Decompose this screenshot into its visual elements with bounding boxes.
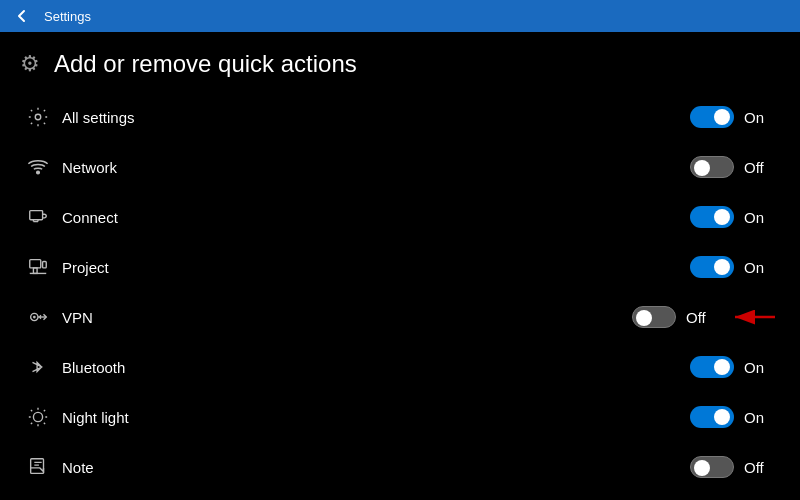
row-night-light: Night lightOn (10, 392, 790, 442)
label-all-settings: All settings (56, 109, 690, 126)
night-light-icon (20, 406, 56, 428)
svg-point-1 (37, 171, 40, 174)
toggle-connect[interactable] (690, 206, 734, 228)
toggle-knob-night-light (714, 409, 730, 425)
gear-icon (20, 106, 56, 128)
label-bluetooth: Bluetooth (56, 359, 690, 376)
toggle-note[interactable] (690, 456, 734, 478)
network-icon (20, 156, 56, 178)
svg-rect-11 (31, 459, 44, 474)
svg-point-0 (35, 114, 41, 120)
toggle-bluetooth[interactable] (690, 356, 734, 378)
toggle-knob-all-settings (714, 109, 730, 125)
toggle-knob-bluetooth (714, 359, 730, 375)
label-night-light: Night light (56, 409, 690, 426)
toggle-knob-note (694, 460, 710, 476)
toggle-label-network: Off (744, 159, 772, 176)
note-icon (20, 456, 56, 478)
toggle-knob-project (714, 259, 730, 275)
toggle-area-vpn: Off (632, 306, 722, 328)
toggle-label-night-light: On (744, 409, 772, 426)
toggle-area-project: On (690, 256, 780, 278)
label-project: Project (56, 259, 690, 276)
project-icon (20, 256, 56, 278)
settings-list: All settingsOn NetworkOff ConnectOn Proj… (0, 92, 800, 492)
toggle-area-all-settings: On (690, 106, 780, 128)
label-note: Note (56, 459, 690, 476)
svg-point-10 (33, 412, 42, 421)
label-connect: Connect (56, 209, 690, 226)
vpn-icon (20, 306, 56, 328)
svg-point-7 (33, 316, 36, 319)
row-all-settings: All settingsOn (10, 92, 790, 142)
toggle-knob-network (694, 160, 710, 176)
toggle-area-bluetooth: On (690, 356, 780, 378)
toggle-area-network: Off (690, 156, 780, 178)
toggle-knob-vpn (636, 310, 652, 326)
connect-icon (20, 206, 56, 228)
page-header: ⚙ Add or remove quick actions (0, 32, 800, 92)
toggle-project[interactable] (690, 256, 734, 278)
svg-rect-4 (33, 268, 37, 274)
svg-rect-5 (43, 262, 47, 268)
titlebar-title: Settings (44, 9, 91, 24)
label-vpn: VPN (56, 309, 632, 326)
bluetooth-icon (20, 356, 56, 378)
titlebar: Settings (0, 0, 800, 32)
vpn-arrow-indicator (730, 302, 780, 332)
row-project: ProjectOn (10, 242, 790, 292)
toggle-label-all-settings: On (744, 109, 772, 126)
toggle-area-night-light: On (690, 406, 780, 428)
toggle-network[interactable] (690, 156, 734, 178)
row-network: NetworkOff (10, 142, 790, 192)
toggle-area-note: Off (690, 456, 780, 478)
back-button[interactable] (10, 4, 34, 28)
toggle-all-settings[interactable] (690, 106, 734, 128)
page-header-icon: ⚙ (20, 51, 40, 77)
toggle-label-vpn: Off (686, 309, 714, 326)
row-note: NoteOff (10, 442, 790, 492)
toggle-label-connect: On (744, 209, 772, 226)
toggle-area-connect: On (690, 206, 780, 228)
toggle-label-note: Off (744, 459, 772, 476)
svg-rect-2 (30, 211, 43, 220)
toggle-label-bluetooth: On (744, 359, 772, 376)
toggle-vpn[interactable] (632, 306, 676, 328)
svg-rect-3 (30, 260, 41, 268)
toggle-knob-connect (714, 209, 730, 225)
row-vpn: VPNOff (10, 292, 790, 342)
label-network: Network (56, 159, 690, 176)
page-title: Add or remove quick actions (54, 50, 357, 78)
row-bluetooth: BluetoothOn (10, 342, 790, 392)
toggle-label-project: On (744, 259, 772, 276)
toggle-night-light[interactable] (690, 406, 734, 428)
row-connect: ConnectOn (10, 192, 790, 242)
